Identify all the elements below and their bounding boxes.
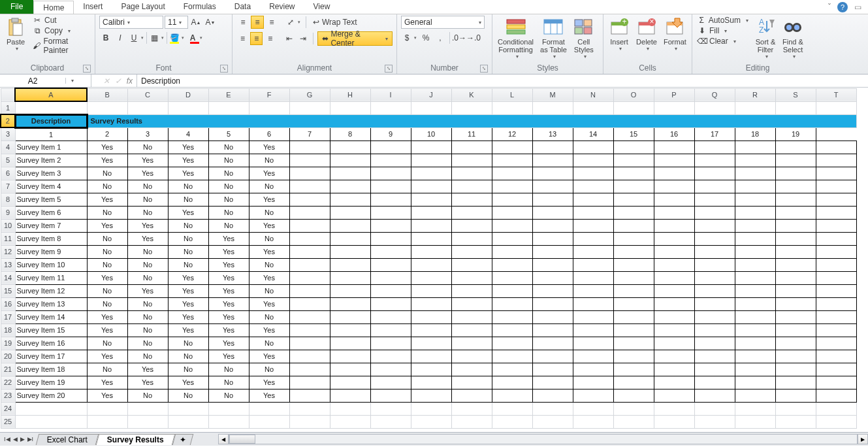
cell-E10[interactable]: No [208,219,249,232]
cell-Q17[interactable] [694,310,735,323]
cell-E15[interactable]: Yes [208,284,249,297]
sheet-tab-excel-chart[interactable]: Excel Chart [36,434,99,445]
col-header-B[interactable]: B [87,88,127,101]
cell-F7[interactable]: No [249,180,289,193]
cell-C14[interactable]: No [127,271,168,284]
cell-T7[interactable] [816,180,856,193]
cell-G9[interactable] [289,206,330,219]
cell-H9[interactable] [330,206,370,219]
cell-G7[interactable] [289,180,330,193]
cell-B18[interactable]: Yes [87,323,127,337]
cell-G12[interactable] [289,245,330,258]
cell-K14[interactable] [451,271,492,284]
cell-L23[interactable] [492,389,532,402]
cell-M5[interactable] [532,154,573,167]
cell-O24[interactable] [613,402,654,415]
cell-B24[interactable] [87,402,127,415]
cell-E17[interactable]: Yes [208,310,249,323]
cell-O1[interactable] [613,101,654,114]
comma-button[interactable]: , [434,31,447,44]
last-sheet-button[interactable]: ▶I [27,436,34,442]
col-header-K[interactable]: K [451,88,492,101]
cell-E19[interactable]: Yes [208,337,249,350]
cell-Q25[interactable] [694,415,735,428]
cell-D19[interactable]: No [168,337,208,350]
cell-S15[interactable] [775,284,816,297]
row-header-15[interactable]: 15 [1,284,15,297]
cell-L24[interactable] [492,402,532,415]
cell-S18[interactable] [775,323,816,337]
cell-I23[interactable] [370,389,411,402]
cell-N6[interactable] [573,167,613,180]
cell-Q21[interactable] [694,363,735,376]
cell-F13[interactable]: No [249,258,289,271]
cell-D9[interactable]: Yes [168,206,208,219]
increase-indent-button[interactable]: ⇥ [297,32,309,45]
cell-L20[interactable] [492,350,532,363]
fill-button[interactable]: ⬇Fill▾ [696,26,750,35]
cell-E25[interactable] [208,415,249,428]
cell-C20[interactable]: No [127,350,168,363]
cell-O3[interactable]: 14 [573,127,613,141]
cell-P16[interactable] [654,297,694,310]
align-bottom-button[interactable]: ≡ [265,16,278,29]
cell-H18[interactable] [330,323,370,337]
cell-F10[interactable]: Yes [249,219,289,232]
cell-M9[interactable] [532,206,573,219]
cell-O19[interactable] [613,337,654,350]
cell-A2[interactable]: Description [15,114,87,127]
cell-M23[interactable] [532,389,573,402]
cell-D4[interactable]: Yes [168,141,208,154]
cell-E18[interactable]: Yes [208,323,249,337]
prev-sheet-button[interactable]: ◀ [13,436,18,442]
cell-O9[interactable] [613,206,654,219]
cell-D21[interactable]: No [168,363,208,376]
cell-E22[interactable]: No [208,376,249,389]
cell-I8[interactable] [370,193,411,206]
row-header-2[interactable]: 2 [1,114,15,127]
col-header-C[interactable]: C [127,88,168,101]
cell-T19[interactable] [816,337,856,350]
cell-K1[interactable] [451,101,492,114]
cell-I9[interactable] [370,206,411,219]
cell-L1[interactable] [492,101,532,114]
cell-H13[interactable] [330,258,370,271]
cell-P17[interactable] [654,310,694,323]
cell-Q14[interactable] [694,271,735,284]
cell-Q9[interactable] [694,206,735,219]
fill-color-button[interactable]: 🪣 [169,31,185,44]
row-header-1[interactable]: 1 [1,101,15,114]
copy-button[interactable]: ⧉Copy▾ [31,26,91,35]
cell-D6[interactable]: Yes [168,167,208,180]
cell-L15[interactable] [492,284,532,297]
cell-T12[interactable] [816,245,856,258]
cell-T11[interactable] [816,232,856,245]
cell-H19[interactable] [330,337,370,350]
fx-icon[interactable]: fx [127,76,133,86]
cell-P7[interactable] [654,180,694,193]
decrease-indent-button[interactable]: ⇤ [283,32,295,45]
cell-H22[interactable] [330,376,370,389]
cell-O21[interactable] [613,363,654,376]
cell-D24[interactable] [168,402,208,415]
cell-B9[interactable]: No [87,206,127,219]
cell-S12[interactable] [775,245,816,258]
cell-E21[interactable]: No [208,363,249,376]
cell-B20[interactable]: Yes [87,350,127,363]
align-middle-button[interactable]: ≡ [251,16,264,29]
font-name-select[interactable]: Calibri▾ [99,16,163,29]
cell-S23[interactable] [775,389,816,402]
orientation-button[interactable]: ⤢ [285,16,302,29]
name-box-dropdown[interactable]: ▾ [65,78,76,84]
cell-C17[interactable]: No [127,310,168,323]
hscroll-thumb[interactable] [229,435,255,444]
cell-I22[interactable] [370,376,411,389]
row-header-10[interactable]: 10 [1,219,15,232]
cell-F1[interactable] [249,101,289,114]
cell-Q3[interactable]: 16 [654,127,694,141]
cell-G3[interactable]: 6 [249,127,289,141]
cell-C12[interactable]: No [127,245,168,258]
cell-K15[interactable] [451,284,492,297]
cell-T15[interactable] [816,284,856,297]
row-header-21[interactable]: 21 [1,363,15,376]
